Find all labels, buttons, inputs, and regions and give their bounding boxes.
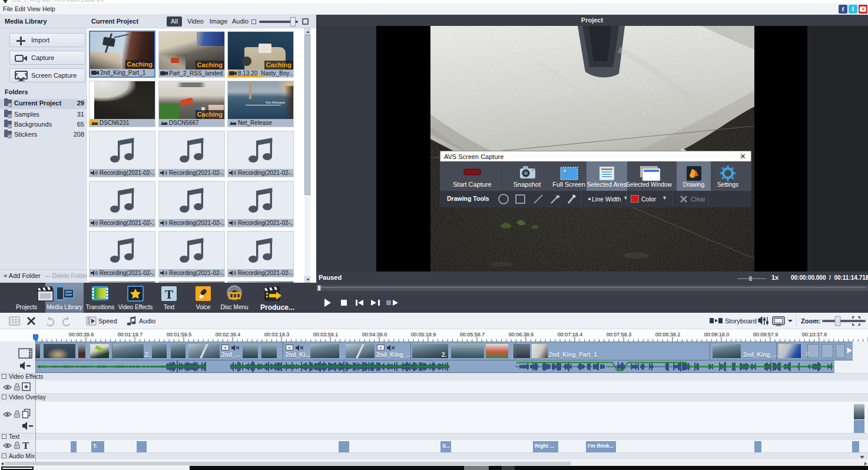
svg-text:00:09:57.9: 00:09:57.9 (753, 332, 778, 337)
svg-text:00:08:38.2: 00:08:38.2 (655, 332, 681, 337)
svg-text:00:07:18.4: 00:07:18.4 (558, 332, 583, 337)
svg-text:00:03:19.3: 00:03:19.3 (264, 332, 290, 337)
svg-text:00:04:39.0: 00:04:39.0 (362, 332, 387, 337)
svg-text:00:01:19.7: 00:01:19.7 (118, 332, 143, 337)
svg-text:00:01:59.5: 00:01:59.5 (167, 332, 192, 337)
svg-text:00:09:18.0: 00:09:18.0 (704, 332, 730, 337)
svg-text:00:05:58.7: 00:05:58.7 (460, 332, 485, 337)
svg-text:Audio: Audio (139, 317, 155, 325)
svg-text:00:02:39.4: 00:02:39.4 (216, 332, 241, 337)
svg-text:00:05:18.9: 00:05:18.9 (411, 332, 436, 337)
svg-text:Storyboard: Storyboard (725, 317, 757, 325)
svg-text:00:00:39.8: 00:00:39.8 (69, 332, 94, 337)
svg-text:Zoom:: Zoom: (801, 317, 821, 325)
svg-text:00:10:37.8: 00:10:37.8 (802, 332, 827, 337)
svg-text:00:06:38.6: 00:06:38.6 (509, 332, 534, 337)
svg-text:00:07:58.3: 00:07:58.3 (607, 332, 632, 337)
svg-text:00:03:59.1: 00:03:59.1 (313, 332, 339, 337)
svg-text:Speed: Speed (98, 317, 117, 325)
